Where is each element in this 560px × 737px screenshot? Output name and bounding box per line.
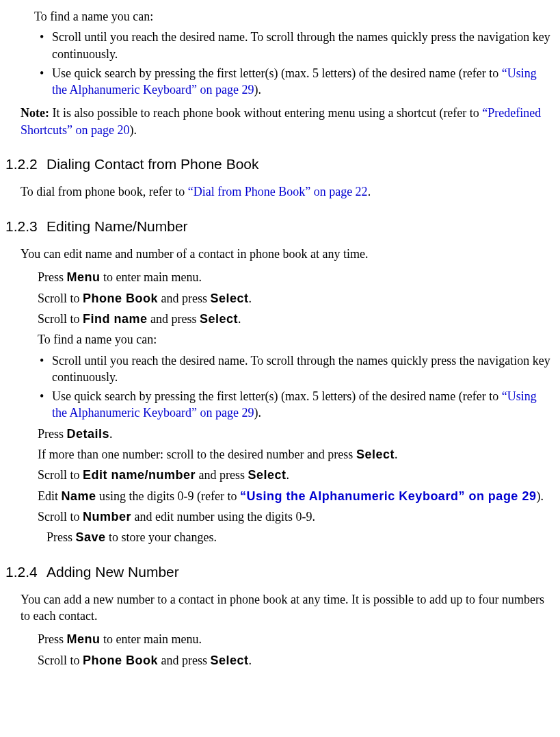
step-press-details: Press Details. bbox=[38, 426, 560, 442]
note-paragraph: Note: It is also possible to reach phone… bbox=[21, 105, 560, 138]
find-name-intro-text: To find a name you can: bbox=[38, 331, 560, 348]
menu-key: Details bbox=[67, 427, 110, 441]
step-text-part: and edit number using the digits 0-9. bbox=[131, 510, 315, 523]
step-text-part: and press bbox=[148, 312, 200, 326]
bullet-item: • Scroll until you reach the desired nam… bbox=[40, 29, 560, 62]
section-heading-122: 1.2.2 Dialing Contact from Phone Book bbox=[0, 155, 560, 174]
step-text-part: . bbox=[249, 292, 252, 305]
step-text-part: and press bbox=[158, 654, 210, 667]
menu-key: Select bbox=[211, 292, 249, 305]
step-text-part: and press bbox=[196, 468, 248, 482]
step-scroll-findname: Scroll to Find name and press Select. bbox=[38, 311, 560, 327]
heading-title: Editing Name/Number bbox=[46, 217, 560, 236]
menu-key: Edit name/number bbox=[83, 468, 196, 482]
heading-number: 1.2.2 bbox=[5, 155, 46, 174]
document-page: To find a name you can: • Scroll until y… bbox=[0, 0, 560, 669]
menu-key: Save bbox=[76, 530, 106, 544]
section-intro-text: You can add a new number to a contact in… bbox=[21, 591, 560, 625]
heading-number: 1.2.4 bbox=[5, 563, 46, 582]
section-body-text: To dial from phone book, refer to “Dial … bbox=[21, 183, 560, 200]
bullet-item: • Scroll until you reach the desired nam… bbox=[40, 352, 560, 386]
step-text-part: . bbox=[249, 654, 252, 667]
bullet-dot-icon: • bbox=[40, 65, 52, 99]
bullet-dot-icon: • bbox=[40, 29, 52, 62]
heading-title: Adding New Number bbox=[46, 563, 560, 582]
bullet-item: • Use quick search by pressing the first… bbox=[40, 388, 560, 422]
find-name-intro-text: To find a name you can: bbox=[34, 8, 560, 25]
body-text-part: To dial from phone book, refer to bbox=[21, 185, 188, 198]
step-text-part: to enter main menu. bbox=[101, 632, 202, 646]
step-text-part: ). bbox=[536, 489, 544, 503]
section-heading-123: 1.2.3 Editing Name/Number bbox=[0, 217, 560, 236]
bullet-text: Scroll until you reach the desired name.… bbox=[52, 352, 553, 386]
menu-key: Menu bbox=[67, 270, 101, 284]
note-body-part: ). bbox=[129, 123, 137, 137]
bullet-text-part: Use quick search by pressing the first l… bbox=[52, 66, 502, 80]
step-text-part: Press bbox=[38, 270, 67, 284]
bullet-text-part: Use quick search by pressing the first l… bbox=[52, 389, 502, 403]
step-text-part: If more than one number: scroll to the d… bbox=[38, 448, 356, 461]
bullet-text: Use quick search by pressing the first l… bbox=[52, 388, 553, 422]
step-text-part: Press bbox=[46, 530, 76, 544]
step-text-part: and press bbox=[158, 292, 210, 305]
menu-key: Select bbox=[248, 468, 286, 482]
step-text-part: Press bbox=[38, 632, 67, 646]
step-text-part: using the digits 0-9 (refer to bbox=[96, 489, 240, 503]
step-press-save: Press Save to store your changes. bbox=[46, 529, 560, 545]
bullet-text-part: ). bbox=[254, 83, 261, 96]
menu-key: Select bbox=[200, 312, 238, 326]
cross-reference-link[interactable]: “Using the Alphanumeric Keyboard” on pag… bbox=[240, 489, 536, 503]
step-scroll-phonebook: Scroll to Phone Book and press Select. bbox=[38, 290, 560, 307]
step-text-part: Scroll to bbox=[38, 312, 83, 326]
menu-key: Phone Book bbox=[83, 654, 158, 667]
bullet-item: • Use quick search by pressing the first… bbox=[40, 65, 560, 99]
step-text-part: . bbox=[109, 427, 113, 441]
bullet-text-part: ). bbox=[254, 406, 261, 419]
menu-key: Menu bbox=[67, 632, 101, 646]
menu-key: Number bbox=[83, 510, 131, 523]
heading-number: 1.2.3 bbox=[5, 217, 46, 236]
bullet-text: Use quick search by pressing the first l… bbox=[52, 65, 553, 99]
step-text-part: Scroll to bbox=[38, 292, 83, 305]
step-press-menu: Press Menu to enter main menu. bbox=[38, 631, 560, 647]
step-text-part: Edit bbox=[38, 489, 62, 503]
section-heading-124: 1.2.4 Adding New Number bbox=[0, 563, 560, 582]
step-scroll-edit-name-number: Scroll to Edit name/number and press Sel… bbox=[38, 467, 560, 483]
step-text-part: . bbox=[286, 468, 290, 482]
section-intro-text: You can edit name and number of a contac… bbox=[21, 246, 560, 262]
cross-reference-link[interactable]: “Dial from Phone Book” on page 22 bbox=[188, 185, 368, 198]
note-body-part: It is also possible to reach phone book … bbox=[49, 106, 482, 120]
step-scroll-phonebook: Scroll to Phone Book and press Select. bbox=[38, 652, 560, 669]
step-text-part: to store your changes. bbox=[106, 530, 217, 544]
menu-key: Phone Book bbox=[83, 292, 158, 305]
menu-key: Name bbox=[62, 489, 96, 503]
body-text-part: . bbox=[368, 185, 371, 198]
bullet-dot-icon: • bbox=[40, 388, 52, 422]
heading-title: Dialing Contact from Phone Book bbox=[46, 155, 560, 174]
step-text-part: to enter main menu. bbox=[101, 270, 202, 284]
step-text-part: . bbox=[238, 312, 241, 326]
step-text-part: . bbox=[395, 448, 398, 461]
step-text-part: Scroll to bbox=[38, 654, 83, 667]
step-edit-name: Edit Name using the digits 0-9 (refer to… bbox=[38, 488, 560, 504]
bullet-text: Scroll until you reach the desired name.… bbox=[52, 29, 553, 62]
step-press-menu: Press Menu to enter main menu. bbox=[38, 269, 560, 285]
note-label: Note: bbox=[21, 106, 49, 120]
menu-key: Select bbox=[356, 448, 395, 461]
step-scroll-number: Scroll to Number and edit number using t… bbox=[38, 508, 560, 525]
step-text-part: Press bbox=[38, 427, 67, 441]
menu-key: Select bbox=[211, 654, 249, 667]
step-text-part: Scroll to bbox=[38, 510, 83, 523]
menu-key: Find name bbox=[83, 312, 148, 326]
bullet-dot-icon: • bbox=[40, 352, 52, 386]
step-more-than-one-number: If more than one number: scroll to the d… bbox=[38, 446, 560, 463]
step-text-part: Scroll to bbox=[38, 468, 83, 482]
